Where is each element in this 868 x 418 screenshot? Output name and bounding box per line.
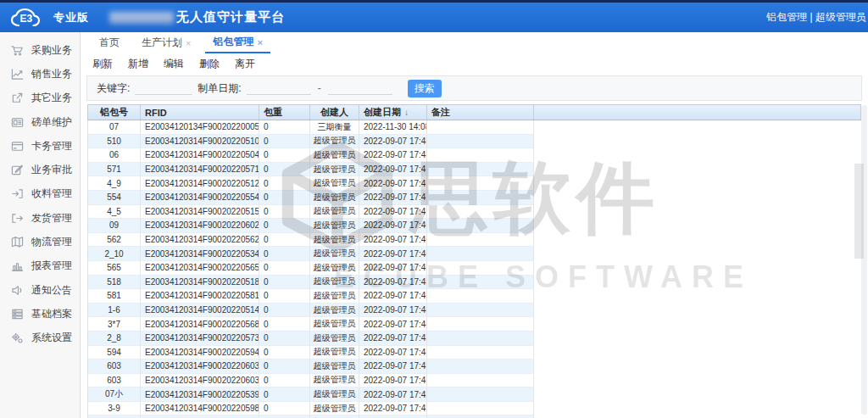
table-row[interactable]: 3*7E20034120314F900202205680超级管理员2022-09… [87, 317, 534, 332]
table-cell: 超级管理员 [310, 402, 359, 415]
leave-button[interactable]: 离开 [235, 57, 255, 71]
tab-1[interactable]: 生产计划× [134, 32, 198, 53]
sidebar-item-label: 系统设置 [31, 331, 72, 345]
table-cell: E20034120314F90020220594 [141, 346, 259, 359]
column-header-5[interactable]: 备注 [427, 105, 534, 120]
table-row[interactable]: 1-6E20034120314F900202205140超级管理员2022-09… [87, 304, 534, 318]
date-from-input[interactable] [247, 81, 311, 95]
table-cell: 603 [88, 359, 141, 373]
table-row[interactable]: 4_9E20034120314F900202205120超级管理员2022-09… [87, 176, 534, 191]
arrow-down-icon: ↓ [404, 108, 409, 117]
table-cell: 0 [259, 176, 310, 190]
table-cell: 0 [259, 289, 310, 303]
table-cell: 2022-09-07 17:47 [359, 191, 427, 204]
table-row[interactable]: 554E20034120314F900202205540超级管理员2022-09… [87, 191, 534, 205]
table-cell: 2022-09-07 17:47 [359, 163, 427, 176]
table-header-row: 铝包号RFID包重创建人创建日期↓备注 [87, 104, 861, 120]
table-row[interactable]: 571E20034120314F900202205710超级管理员2022-09… [87, 163, 534, 177]
table-row[interactable]: 603E20034120314F900202206030超级管理员2022-09… [87, 374, 534, 388]
table-cell: 超级管理员 [310, 346, 359, 359]
table-row[interactable]: 565E20034120314F900202205650超级管理员2022-09… [87, 261, 534, 276]
table-row[interactable]: 07小E20034120314F900202205390超级管理员2022-09… [87, 387, 534, 402]
tab-label: 生产计划 [142, 36, 182, 50]
refresh-button[interactable]: 刷新 [92, 57, 113, 71]
table-row[interactable]: 562E20034120314F900202205620超级管理员2022-09… [87, 233, 534, 248]
svg-text:E3: E3 [20, 13, 33, 25]
sidebar-item-archive[interactable]: 基础档案 [0, 302, 80, 326]
table-cell: 581 [88, 289, 141, 303]
sidebar-item-label: 发货管理 [31, 211, 72, 226]
sidebar-item-trend-chart[interactable]: 销售业务 [0, 62, 80, 86]
close-icon[interactable]: × [186, 38, 191, 48]
table-cell [427, 233, 534, 247]
table-cell: 2022-09-07 17:43 [359, 346, 427, 359]
table-row[interactable]: 518E20034120314F900202205180超级管理员2022-09… [87, 276, 534, 290]
table-cell: E20034120314F90020220515 [141, 205, 259, 219]
delete-button[interactable]: 删除 [199, 57, 220, 71]
sidebar-item-map[interactable]: 物流管理 [0, 230, 80, 254]
sidebar-item-speaker[interactable]: 通知公告 [0, 278, 80, 302]
sidebar-item-gears[interactable]: 系统设置 [0, 326, 80, 350]
table-cell: 超级管理员 [310, 219, 359, 232]
column-header-2[interactable]: 包重 [259, 105, 310, 120]
table-cell [427, 163, 534, 176]
column-header-3[interactable]: 创建人 [310, 105, 359, 120]
toolbar: 刷新新增编辑删除离开 [81, 53, 868, 74]
sidebar-item-bar-chart[interactable]: 报表管理 [0, 254, 80, 278]
table-cell: 06 [88, 148, 141, 162]
table-row[interactable]: 4_5E20034120314F900202205150超级管理员2022-09… [87, 205, 534, 220]
table-cell: E20034120314F90020220562 [141, 233, 259, 247]
table-cell [427, 261, 534, 275]
sidebar-item-edit[interactable]: 业务审批 [0, 158, 80, 181]
sidebar-item-import[interactable]: 收料管理 [0, 182, 80, 206]
table-row[interactable]: 07E20034120134F900202200050三期衡量2022-11-3… [87, 120, 534, 135]
table-cell: 2022-09-07 17:44 [359, 317, 427, 331]
import-icon [11, 187, 24, 200]
table-body: 07E20034120134F900202200050三期衡量2022-11-3… [87, 120, 861, 418]
sidebar-item-label: 业务审批 [31, 163, 72, 177]
table-cell: 594 [88, 346, 141, 359]
top-navbar: E3 专业版 无人值守计量平台 铝包管理 | 超级管理员 [0, 0, 868, 32]
table-cell: 超级管理员 [310, 387, 359, 401]
sidebar-item-cart[interactable]: 采购业务 [0, 38, 80, 62]
date-to-input[interactable] [328, 81, 392, 95]
table-cell: 0 [259, 163, 310, 176]
table-row[interactable]: 09E20034120314F900202206020超级管理员2022-09-… [87, 219, 534, 233]
table-row[interactable]: 510E20034120314F900202205100超级管理员2022-09… [87, 135, 534, 149]
table-row[interactable]: 581E20034120314F900202205810超级管理员2022-09… [87, 289, 534, 304]
sidebar-item-id-card[interactable]: 磅单维护 [0, 110, 80, 134]
tab-0[interactable]: 首页 [92, 32, 127, 53]
user-menu[interactable]: 铝包管理 | 超级管理员 [766, 10, 866, 25]
column-header-label: 铝包号 [100, 106, 128, 119]
sidebar-item-share[interactable]: 其它业务 [0, 86, 80, 110]
tab-2[interactable]: 铝包管理× [205, 32, 270, 53]
keyword-input[interactable] [135, 81, 192, 95]
table-row[interactable]: 2_8E20034120314F900202205730超级管理员2022-09… [87, 332, 534, 346]
data-table: 铝包号RFID包重创建人创建日期↓备注 07E20034120134F90020… [87, 104, 861, 418]
table-cell [427, 317, 534, 331]
sidebar-item-credit-card[interactable]: 卡务管理 [0, 134, 80, 158]
column-header-0[interactable]: 铝包号 [88, 105, 141, 120]
column-header-1[interactable]: RFID [141, 105, 259, 120]
table-row[interactable]: 2_10E20034120314F900202205340超级管理员2022-0… [87, 247, 534, 261]
table-row[interactable]: 603E20034120314F900202206030超级管理员2022-09… [87, 359, 534, 374]
sidebar: 采购业务销售业务其它业务磅单维护卡务管理业务审批收料管理发货管理物流管理报表管理… [0, 32, 81, 418]
table-cell: 超级管理员 [310, 176, 359, 190]
sidebar-item-export[interactable]: 发货管理 [0, 206, 80, 230]
table-cell: 超级管理员 [310, 359, 359, 373]
table-cell: 超级管理员 [310, 247, 359, 260]
add-button[interactable]: 新增 [128, 57, 148, 71]
table-row[interactable]: 06E20034120314F900202205040超级管理员2022-09-… [87, 148, 534, 163]
close-icon[interactable]: × [257, 37, 262, 47]
table-cell: 2022-09-07 17:46 [359, 219, 427, 232]
table-cell: E20034120314F90020220510 [141, 135, 259, 148]
column-header-4[interactable]: 创建日期↓ [359, 105, 427, 120]
search-button[interactable]: 搜索 [408, 80, 442, 98]
table-cell: E20034120314F90020220573 [141, 332, 259, 345]
table-cell [427, 276, 534, 289]
table-row[interactable]: 594E20034120314F900202205940超级管理员2022-09… [87, 346, 534, 360]
table-scrollbar[interactable] [861, 105, 867, 415]
table-cell: 1-6 [88, 304, 141, 317]
table-row[interactable]: 3-9E20034120314F900202205980超级管理员2022-09… [87, 402, 534, 416]
edit-button[interactable]: 编辑 [164, 57, 184, 71]
